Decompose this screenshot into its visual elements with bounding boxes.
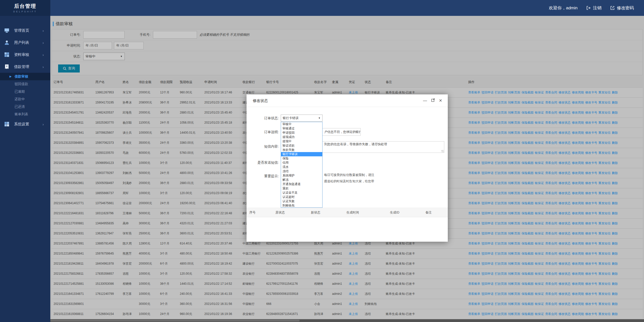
history-column-生成ID: 生成ID (387, 210, 423, 215)
dropdown-option-保险[interactable]: 保险 (281, 156, 322, 161)
history-column-原状态: 原状态 (273, 210, 308, 215)
sidebar: 后台管理 DELPSHIFT 管理首页›用户列表›资料审核›¥借款管理›▶借款审… (0, 0, 50, 322)
change-password-label: 修改密码 (617, 5, 634, 11)
sidebar-item-4[interactable]: 系统设置› (0, 118, 50, 130)
maximize-icon[interactable] (431, 98, 435, 103)
sidebar-subitem-label: 借款审核 (15, 75, 28, 78)
order-status-select-value: 银行卡错误 (283, 116, 299, 120)
sidebar-subitem-label: 账单列表 (15, 112, 28, 116)
dropdown-option-审核通过[interactable]: 审核通过 (281, 126, 322, 131)
change-status-modal: 修改状态 — ✕ 订单状态: 银行卡错误 ▼ 订单说明: 户信息不符，您绑定的银… (247, 94, 448, 242)
sidebar-nav: 管理首页›用户列表›资料审核›¥借款管理›▶借款审核驳回借款已逾期还款中已还清账… (0, 24, 50, 130)
dropdown-option-提现中[interactable]: 提现中 (281, 139, 322, 144)
history-column-生成时间: 生成时间 (344, 210, 387, 215)
topbar-right: 欢迎你，admin 注销 修改密码 (549, 0, 634, 16)
sidebar-subitem-label: 已还清 (15, 105, 25, 109)
chevron-right-icon: › (43, 65, 44, 69)
logout-button[interactable]: 注销 (586, 5, 601, 11)
dropdown-option-退款[interactable]: 退款 (281, 186, 322, 191)
order-status-label: 订单状态: (247, 116, 279, 121)
textarea-resize-handle[interactable] (441, 150, 444, 152)
sidebar-subitem-账单列表[interactable]: 账单列表 (0, 111, 50, 118)
sidebar-item-0[interactable]: 管理首页› (0, 24, 50, 37)
history-column-备注: 备注 (423, 210, 448, 215)
notice-line-1: 每日可接受的短信数量被限制，请注 (324, 172, 445, 178)
dropdown-option-认证失败[interactable]: 认证失败 (281, 199, 322, 203)
topbar: 欢迎你，admin 注销 修改密码 (50, 0, 644, 16)
sidebar-subitem-还款中[interactable]: 还款中 (0, 95, 50, 103)
dropdown-option-信用[interactable]: 信用 (281, 161, 322, 165)
sidebar-item-1[interactable]: 用户列表› (0, 37, 50, 49)
monitor-icon (4, 28, 10, 33)
order-desc-label: 订单说明: (247, 130, 279, 134)
logo-subtitle: DELPSHIFT (0, 10, 50, 13)
caret-right-icon: ▶ (10, 73, 12, 80)
dropdown-option-提现成功[interactable]: 提现成功 (281, 135, 322, 139)
sidebar-item-label: 借款管理 (14, 64, 29, 69)
logout-icon (586, 6, 591, 10)
sms-content-label: 短信内容: (247, 144, 279, 149)
dropdown-option-审核中[interactable]: 审核中 (281, 122, 322, 126)
sidebar-item-label: 资料审核 (14, 52, 29, 57)
sidebar-item-3[interactable]: ¥借款管理› (0, 61, 50, 73)
sidebar-subitem-借款审核[interactable]: ▶借款审核 (0, 73, 50, 80)
user-icon (4, 40, 10, 45)
send-sms-label: 是否发送短信: (247, 160, 279, 165)
chevron-right-icon: › (43, 53, 44, 57)
dropdown-option-开通加急通道[interactable]: 开通加急通道 (281, 182, 322, 186)
close-icon[interactable]: ✕ (439, 98, 442, 103)
dropdown-option-到账钱包[interactable]: 到账钱包 (281, 203, 322, 208)
wallet-icon: ¥ (4, 64, 10, 69)
dropdown-option-认证超时[interactable]: 认证超时 (281, 195, 322, 199)
sidebar-item-label: 用户列表 (14, 40, 29, 45)
logout-label: 注销 (593, 5, 601, 11)
caret-down-icon: ▼ (318, 115, 320, 121)
logo-title: 后台管理 (0, 3, 50, 10)
dropdown-option-银行卡错误[interactable]: 银行卡错误 (281, 152, 322, 156)
sidebar-subitem-已还清[interactable]: 已还清 (0, 103, 50, 111)
dropdown-option-认证金不足[interactable]: 认证金不足 (281, 191, 322, 195)
chevron-right-icon: › (43, 122, 44, 126)
dropdown-option-申请驳回[interactable]: 申请驳回 (281, 131, 322, 135)
sidebar-subitem-label: 已逾期 (15, 90, 25, 93)
app-logo: 后台管理 DELPSHIFT (0, 0, 50, 16)
chevron-right-icon: › (43, 41, 44, 45)
dropdown-option-验证还款[interactable]: 验证还款 (281, 144, 322, 148)
dropdown-option-解冻[interactable]: 解冻 (281, 178, 322, 182)
sidebar-subitem-驳回借款[interactable]: 驳回借款 (0, 80, 50, 88)
edit-icon (610, 6, 615, 10)
notice-line-2: 通道松的时候及时告知大家，给您带 (324, 178, 445, 185)
sidebar-subitem-label: 还款中 (15, 97, 25, 101)
sidebar-subitem-已逾期[interactable]: 已逾期 (0, 88, 50, 95)
history-column-新状态: 新状态 (308, 210, 344, 215)
modal-title: 修改状态 (253, 98, 268, 103)
modal-titlebar: 修改状态 — ✕ (247, 94, 448, 107)
settings-icon (4, 121, 10, 127)
status-history-header: 序号原状态新状态生成时间生成ID备注 (247, 208, 448, 217)
grid-icon (4, 52, 10, 57)
sidebar-item-label: 管理首页 (14, 28, 29, 33)
important-notice-label: 重要提示: (247, 174, 279, 178)
order-status-select[interactable]: 银行卡错误 ▼ (281, 115, 323, 122)
dropdown-option-系统维护[interactable]: 系统维护 (281, 173, 322, 178)
status-dropdown-list: 审核中审核通过申请驳回提现成功提现中验证还款放款失败银行卡错误保险信用流水冻结系… (281, 122, 323, 208)
sidebar-item-2[interactable]: 资料审核› (0, 49, 50, 61)
history-column-序号: 序号 (247, 210, 273, 215)
modal-window-controls: — ✕ (423, 98, 442, 103)
minimize-icon[interactable]: — (423, 98, 427, 103)
dropdown-option-放款失败[interactable]: 放款失败 (281, 148, 322, 152)
svg-text:¥: ¥ (6, 65, 8, 67)
dropdown-option-冻结[interactable]: 冻结 (281, 169, 322, 173)
dropdown-option-流水[interactable]: 流水 (281, 165, 322, 169)
sidebar-subitem-label: 驳回借款 (15, 82, 28, 86)
chevron-right-icon: › (43, 28, 44, 33)
welcome-text: 欢迎你，admin (549, 5, 578, 11)
change-password-button[interactable]: 修改密码 (610, 5, 634, 11)
sidebar-item-label: 系统设置 (14, 122, 29, 127)
